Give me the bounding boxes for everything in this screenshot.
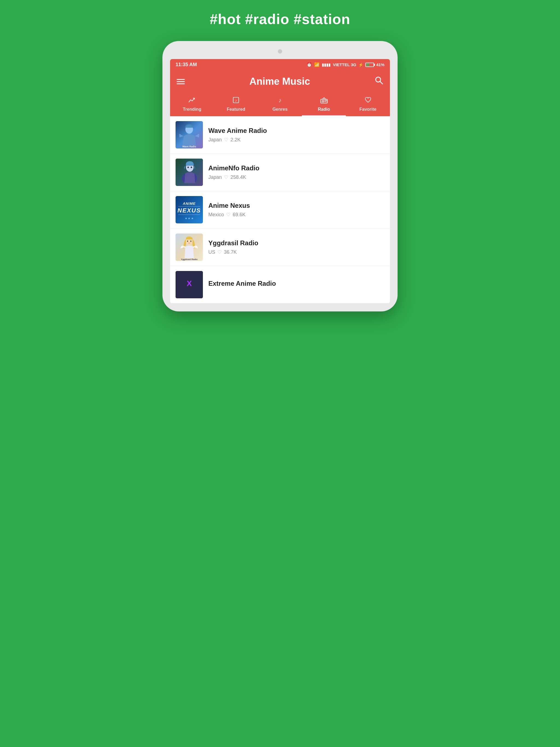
list-item[interactable]: Wave Radio Wave Anime Radio Japan ♡ 2.2K xyxy=(170,116,390,154)
hamburger-menu-button[interactable] xyxy=(177,79,185,84)
alarm-icon: ⏰ xyxy=(307,62,312,67)
radio-station-list: Wave Radio Wave Anime Radio Japan ♡ 2.2K xyxy=(170,116,390,303)
device-camera xyxy=(278,49,282,54)
svg-text:♪: ♪ xyxy=(235,98,237,103)
station-thumbnail-5: X xyxy=(176,271,203,298)
svg-point-14 xyxy=(187,166,189,168)
svg-point-24 xyxy=(187,241,188,242)
station-name-3: Anime Nexus xyxy=(208,202,384,209)
heart-icon-4: ♡ xyxy=(218,249,222,255)
status-right: ⏰ 📶 ▮▮▮▮ VIETTEL 3G ⚡ 41% xyxy=(307,62,384,67)
battery-fill xyxy=(366,64,369,66)
nav-tabs: Trending ♪ Featured ♪ xyxy=(170,93,390,116)
carrier-label: VIETTEL 3G xyxy=(333,62,356,67)
like-count-2: 258.4K xyxy=(230,175,246,180)
list-item[interactable]: AnimeNfo Radio Japan ♡ 258.4K xyxy=(170,154,390,191)
station-info-4: Yggdrasil Radio US ♡ 36.7K xyxy=(208,239,384,255)
heart-icon-1: ♡ xyxy=(224,137,228,143)
heart-icon-3: ♡ xyxy=(226,212,230,217)
radio-icon xyxy=(320,97,328,105)
device-screen: 11:35 AM ⏰ 📶 ▮▮▮▮ VIETTEL 3G ⚡ xyxy=(170,59,390,303)
menu-line-1 xyxy=(177,79,185,80)
genres-icon: ♪ xyxy=(276,97,284,105)
app-title: Anime Music xyxy=(249,76,310,87)
svg-point-15 xyxy=(191,166,192,168)
tab-featured[interactable]: ♪ Featured xyxy=(214,93,258,116)
station-name-4: Yggdrasil Radio xyxy=(208,239,384,247)
heart-icon-2: ♡ xyxy=(224,174,228,180)
list-item[interactable]: Yggdrasil Radio Yggdrasil Radio US ♡ 36.… xyxy=(170,229,390,266)
tab-radio[interactable]: Radio xyxy=(302,93,346,116)
status-bar: 11:35 AM ⏰ 📶 ▮▮▮▮ VIETTEL 3G ⚡ xyxy=(170,59,390,70)
charging-icon: ⚡ xyxy=(358,62,363,67)
wifi-icon: 📶 xyxy=(314,62,320,67)
menu-line-2 xyxy=(177,81,185,82)
station-info-1: Wave Anime Radio Japan ♡ 2.2K xyxy=(208,127,384,143)
like-count-3: 69.6K xyxy=(233,212,246,217)
svg-text:★ ★ ★: ★ ★ ★ xyxy=(185,217,194,220)
svg-text:Wave Radio: Wave Radio xyxy=(182,145,196,148)
search-button[interactable] xyxy=(375,76,383,87)
tab-genres[interactable]: ♪ Genres xyxy=(258,93,302,116)
station-country-4: US xyxy=(208,249,215,255)
station-name-1: Wave Anime Radio xyxy=(208,127,384,134)
station-meta-2: Japan ♡ 258.4K xyxy=(208,174,384,180)
svg-text:NEXUS: NEXUS xyxy=(177,207,201,214)
device-frame: 11:35 AM ⏰ 📶 ▮▮▮▮ VIETTEL 3G ⚡ xyxy=(162,41,398,311)
svg-point-6 xyxy=(322,100,324,102)
like-count-4: 36.7K xyxy=(224,249,237,255)
station-meta-3: Mexico ♡ 69.6K xyxy=(208,212,384,217)
station-name-2: AnimeNfo Radio xyxy=(208,164,384,172)
station-info-5: Extreme Anime Radio xyxy=(208,280,384,289)
tab-favorite-label: Favorite xyxy=(359,107,376,112)
station-thumbnail-2 xyxy=(176,159,203,186)
battery-container xyxy=(365,62,374,67)
tab-genres-label: Genres xyxy=(272,107,287,112)
trending-icon xyxy=(188,97,196,105)
battery-percent: 41% xyxy=(376,62,384,67)
svg-point-25 xyxy=(190,241,192,242)
menu-line-3 xyxy=(177,83,185,84)
svg-text:ANIME: ANIME xyxy=(183,202,196,206)
page-header: #hot #radio #station xyxy=(0,0,560,41)
station-info-2: AnimeNfo Radio Japan ♡ 258.4K xyxy=(208,164,384,180)
tab-trending[interactable]: Trending xyxy=(170,93,214,116)
list-item[interactable]: ANIME NEXUS ★ ★ ★ Ani xyxy=(170,191,390,229)
station-country-3: Mexico xyxy=(208,212,224,217)
battery-icon xyxy=(365,62,374,67)
station-meta-1: Japan ♡ 2.2K xyxy=(208,137,384,143)
station-info-3: Anime Nexus Mexico ♡ 69.6K xyxy=(208,202,384,217)
station-name-5: Extreme Anime Radio xyxy=(208,280,384,287)
station-country-1: Japan xyxy=(208,137,222,143)
svg-text:X: X xyxy=(187,279,192,288)
signal-icon: ▮▮▮▮ xyxy=(322,62,331,67)
station-meta-4: US ♡ 36.7K xyxy=(208,249,384,255)
svg-text:Yggdrasil Radio: Yggdrasil Radio xyxy=(181,258,198,261)
featured-icon: ♪ xyxy=(232,97,239,105)
page-title: #hot #radio #station xyxy=(5,11,555,27)
svg-line-1 xyxy=(380,81,383,84)
tab-trending-label: Trending xyxy=(183,107,202,112)
svg-text:♪: ♪ xyxy=(278,97,281,104)
station-thumbnail-1: Wave Radio xyxy=(176,121,203,149)
tab-featured-label: Featured xyxy=(227,107,245,112)
status-time: 11:35 AM xyxy=(176,62,197,68)
station-thumbnail-4: Yggdrasil Radio xyxy=(176,233,203,261)
station-thumbnail-3: ANIME NEXUS ★ ★ ★ xyxy=(176,196,203,223)
tab-favorite[interactable]: Favorite xyxy=(346,93,390,116)
station-country-2: Japan xyxy=(208,175,222,180)
tab-radio-label: Radio xyxy=(318,107,330,112)
like-count-1: 2.2K xyxy=(230,137,240,143)
app-header: Anime Music xyxy=(170,70,390,93)
favorite-icon xyxy=(364,97,372,105)
list-item[interactable]: X Extreme Anime Radio xyxy=(170,266,390,303)
